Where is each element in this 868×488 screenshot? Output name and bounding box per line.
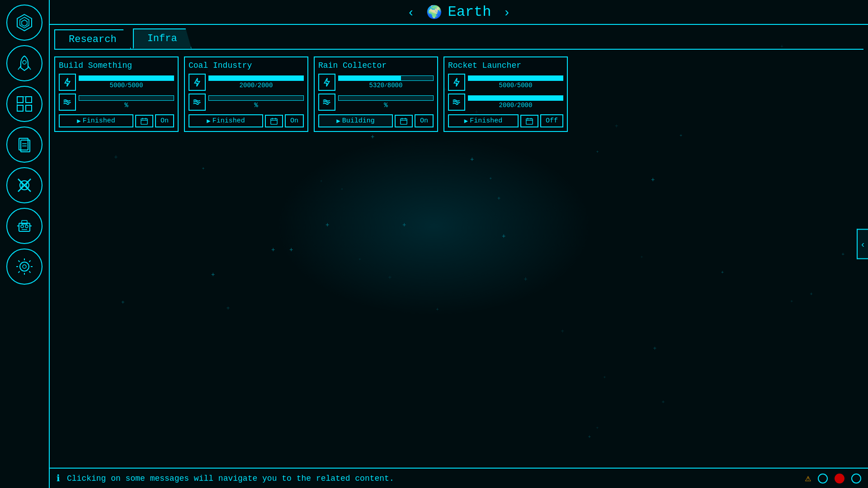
wind-pct-rain-collector: % xyxy=(338,102,434,109)
svg-rect-6 xyxy=(17,105,23,111)
power-values-rain-collector: 5320/8000 xyxy=(338,82,434,89)
top-header: ‹ 🌍 Earth › xyxy=(50,0,868,25)
power-icon-coal-industry xyxy=(189,74,206,91)
building-title-build-something: Build Something xyxy=(59,61,174,70)
sidebar xyxy=(0,0,50,488)
svg-marker-2 xyxy=(22,20,27,26)
toggle-button-build-something[interactable]: On xyxy=(155,114,174,127)
right-collapse-button[interactable]: ‹ xyxy=(857,229,868,259)
power-icon-rain-collector xyxy=(318,74,335,91)
svg-point-17 xyxy=(21,225,24,228)
tabs-container: Research Infra xyxy=(50,25,868,49)
power-values-coal-industry: 2000/2000 xyxy=(208,82,304,89)
calendar-button-rain-collector[interactable] xyxy=(395,115,413,127)
calendar-button-coal-industry[interactable] xyxy=(265,115,283,127)
warning-icon: ⚠ xyxy=(805,472,811,484)
wind-icon-coal-industry xyxy=(189,94,206,111)
next-planet-button[interactable]: › xyxy=(500,3,514,22)
building-title-coal-industry: Coal Industry xyxy=(189,61,304,70)
tab-infra[interactable]: Infra xyxy=(133,28,192,49)
power-bar-container-build-something: 5000/5000 xyxy=(79,75,174,89)
status-row-rocket-launcher: ▶ Finished Off xyxy=(448,114,563,127)
wind-row-coal-industry: % xyxy=(189,94,304,111)
virus-icon xyxy=(14,257,34,277)
status-button-coal-industry[interactable]: ▶ Finished xyxy=(189,114,263,127)
wind-row-build-something: % xyxy=(59,94,174,111)
svg-rect-32 xyxy=(141,118,147,124)
building-card-rocket-launcher: Rocket Launcher 5000/5000 2000/2000▶ Fin… xyxy=(443,56,568,132)
wind-pct-coal-industry: % xyxy=(208,102,304,109)
building-title-rain-collector: Rain Collector xyxy=(318,61,434,70)
wind-row-rain-collector: % xyxy=(318,94,434,111)
status-circle-3 xyxy=(851,474,861,483)
svg-line-29 xyxy=(29,261,31,262)
power-row-rain-collector: 5320/8000 xyxy=(318,74,434,91)
planet-display: 🌍 Earth xyxy=(426,4,491,20)
svg-point-18 xyxy=(25,225,28,228)
building-card-coal-industry: Coal Industry 2000/2000 %▶ Finished On xyxy=(184,56,308,132)
svg-point-23 xyxy=(23,265,26,268)
toggle-button-rocket-launcher[interactable]: Off xyxy=(540,114,563,127)
svg-line-28 xyxy=(19,261,20,262)
svg-point-3 xyxy=(23,61,26,64)
svg-rect-7 xyxy=(26,105,32,111)
wind-row-rocket-launcher: 2000/2000 xyxy=(448,94,563,111)
sidebar-btn-virus[interactable] xyxy=(6,249,42,285)
svg-point-22 xyxy=(20,262,29,271)
svg-line-30 xyxy=(19,272,20,273)
power-bar-container-rocket-launcher: 5000/5000 xyxy=(468,75,563,89)
power-bar-container-rain-collector: 5320/8000 xyxy=(338,75,434,89)
svg-rect-36 xyxy=(271,118,277,124)
power-row-rocket-launcher: 5000/5000 xyxy=(448,74,563,91)
robot-icon xyxy=(14,216,34,236)
buildings-grid: Build Something 5000/5000 %▶ Finished On… xyxy=(50,50,868,139)
sidebar-btn-documents[interactable] xyxy=(6,127,42,163)
combat-icon xyxy=(14,175,34,195)
globe-icon: 🌍 xyxy=(426,5,442,20)
bottom-bar: ℹ Clicking on some messages will navigat… xyxy=(50,468,868,488)
svg-line-31 xyxy=(29,272,31,273)
power-row-coal-industry: 2000/2000 xyxy=(189,74,304,91)
prev-planet-button[interactable]: ‹ xyxy=(404,3,417,22)
bottom-message: Clicking on some messages will navigate … xyxy=(67,474,394,483)
status-row-build-something: ▶ Finished On xyxy=(59,114,174,127)
power-bar-container-coal-industry: 2000/2000 xyxy=(208,75,304,89)
status-button-build-something[interactable]: ▶ Finished xyxy=(59,114,133,127)
sidebar-btn-rocket[interactable] xyxy=(6,45,42,81)
tab-research[interactable]: Research xyxy=(54,29,131,49)
documents-icon xyxy=(14,135,34,155)
power-icon-build-something xyxy=(59,74,76,91)
status-button-rocket-launcher[interactable]: ▶ Finished xyxy=(448,114,519,127)
sidebar-btn-combat[interactable] xyxy=(6,167,42,203)
wind-icon-rain-collector xyxy=(318,94,335,111)
wind-icon-build-something xyxy=(59,94,76,111)
status-circle-2 xyxy=(835,474,844,483)
power-row-build-something: 5000/5000 xyxy=(59,74,174,91)
power-icon-rocket-launcher xyxy=(448,74,465,91)
calendar-button-build-something[interactable] xyxy=(135,115,153,127)
planet-name-label: Earth xyxy=(448,4,491,20)
svg-rect-4 xyxy=(17,97,23,103)
toggle-button-rain-collector[interactable]: On xyxy=(415,114,434,127)
toggle-button-coal-industry[interactable]: On xyxy=(285,114,304,127)
info-icon: ℹ xyxy=(57,473,60,484)
sidebar-btn-hexagons[interactable] xyxy=(6,5,42,41)
svg-rect-44 xyxy=(526,118,533,124)
svg-rect-40 xyxy=(401,118,407,124)
status-row-coal-industry: ▶ Finished On xyxy=(189,114,304,127)
status-circle-1 xyxy=(818,474,828,483)
grid-icon xyxy=(14,94,34,114)
planet-nav: ‹ 🌍 Earth › xyxy=(404,3,514,22)
wind-pct-rocket-launcher: 2000/2000 xyxy=(468,102,563,109)
sidebar-btn-robot[interactable] xyxy=(6,208,42,244)
building-title-rocket-launcher: Rocket Launcher xyxy=(448,61,563,70)
power-values-build-something: 5000/5000 xyxy=(79,82,174,89)
hexagons-icon xyxy=(14,13,34,33)
calendar-button-rocket-launcher[interactable] xyxy=(520,115,538,127)
sidebar-btn-grid[interactable] xyxy=(6,86,42,122)
bottom-icons-right: ⚠ xyxy=(805,472,861,484)
building-card-rain-collector: Rain Collector 5320/8000 %▶ Building On xyxy=(314,56,438,132)
wind-icon-rocket-launcher xyxy=(448,94,465,111)
status-button-rain-collector[interactable]: ▶ Building xyxy=(318,114,393,127)
svg-rect-5 xyxy=(26,97,32,103)
